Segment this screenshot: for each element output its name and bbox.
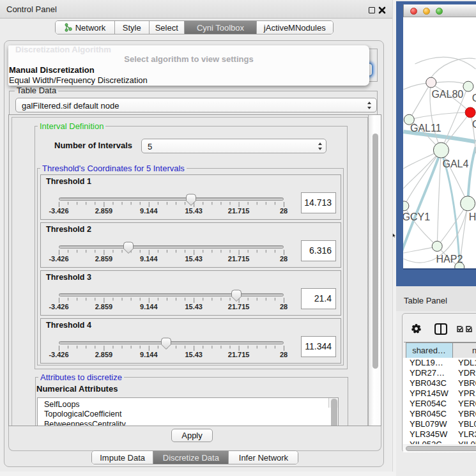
svg-text:GAL11: GAL11 — [410, 123, 441, 134]
svg-text:GAL80: GAL80 — [431, 89, 463, 100]
svg-text:GCY1: GCY1 — [403, 211, 430, 222]
svg-text:GAL4: GAL4 — [443, 158, 469, 169]
svg-text:GAL3: GAL3 — [472, 93, 476, 104]
svg-text:HAP2: HAP2 — [436, 254, 463, 265]
svg-text:HAP4: HAP4 — [469, 211, 476, 222]
svg-text:CY: CY — [472, 119, 476, 130]
